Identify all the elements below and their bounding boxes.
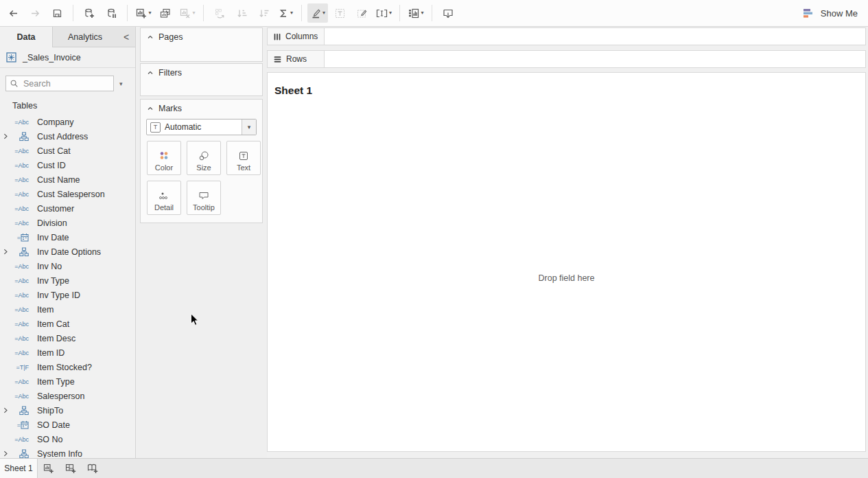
tab-analytics[interactable]: Analytics xyxy=(53,27,117,47)
collapse-pane-button[interactable]: < xyxy=(117,27,135,47)
swap-rows-columns-icon xyxy=(214,8,226,19)
field-item-stocked[interactable]: =T|FItem Stocked? xyxy=(0,360,135,374)
undo-icon xyxy=(8,8,19,19)
field-label: Cust Salesperson xyxy=(37,190,105,199)
show-me-label: Show Me xyxy=(821,8,858,19)
datasource-icon xyxy=(6,52,16,62)
drop-field-hint: Drop field here xyxy=(268,273,865,283)
new-worksheet-tab-button[interactable] xyxy=(38,459,60,478)
field-label: Cust ID xyxy=(37,161,66,170)
field-label: Inv Type ID xyxy=(37,291,80,300)
field-item-cat[interactable]: =AbcItem Cat xyxy=(0,317,135,331)
new-data-source-button[interactable] xyxy=(79,3,99,23)
field-inv-type-id[interactable]: =AbcInv Type ID xyxy=(0,288,135,302)
tables-section-label: Tables xyxy=(12,101,135,111)
new-worksheet-button[interactable]: ▾ xyxy=(133,3,154,23)
field-label: Inv Date Options xyxy=(37,247,101,257)
rows-shelf-label: Rows xyxy=(268,51,325,67)
pages-shelf-label: Pages xyxy=(159,32,183,42)
string-field-icon: =Abc xyxy=(11,177,29,183)
field-cust-address[interactable]: Cust Address xyxy=(0,129,135,144)
string-field-icon: =Abc xyxy=(11,292,29,299)
rows-shelf[interactable] xyxy=(325,51,865,67)
field-label: SO Date xyxy=(37,420,70,430)
pause-auto-updates-button[interactable] xyxy=(101,3,121,23)
field-cust-id[interactable]: =AbcCust ID xyxy=(0,158,135,172)
save-button[interactable] xyxy=(47,3,67,23)
field-inv-type[interactable]: =AbcInv Type xyxy=(0,273,135,288)
field-shipto[interactable]: ShipTo xyxy=(0,403,135,418)
search-box xyxy=(5,76,114,91)
dropdown-caret-icon: ▾ xyxy=(389,10,392,16)
text-mark-icon xyxy=(237,150,250,162)
sort-descending-button xyxy=(253,3,274,23)
presentation-mode-button[interactable] xyxy=(438,3,458,23)
shelf-panel: Pages Filters Marks T Automatic ▾ xyxy=(136,27,267,459)
detail-mark-label: Detail xyxy=(154,203,174,212)
field-salesperson[interactable]: =AbcSalesperson xyxy=(0,389,135,403)
field-item-id[interactable]: =AbcItem ID xyxy=(0,345,135,360)
field-inv-no[interactable]: =AbcInv No xyxy=(0,259,135,273)
field-item-desc[interactable]: =AbcItem Desc xyxy=(0,331,135,345)
tooltip-mark-button[interactable]: Tooltip xyxy=(187,181,221,215)
rows-shelf-row: Rows xyxy=(267,50,866,68)
field-inv-date-options[interactable]: Inv Date Options xyxy=(0,244,135,259)
search-options-caret-icon[interactable]: ▾ xyxy=(119,80,123,87)
fix-axes-button[interactable] xyxy=(351,3,372,23)
collapse-marks-icon[interactable] xyxy=(147,105,154,112)
undo-button[interactable] xyxy=(3,3,23,23)
search-input[interactable] xyxy=(22,78,102,89)
totals-button[interactable]: ▾ xyxy=(275,3,296,23)
duplicate-button[interactable] xyxy=(155,3,176,23)
field-company[interactable]: =AbcCompany xyxy=(0,115,135,129)
color-mark-label: Color xyxy=(155,163,173,172)
field-cust-cat[interactable]: =AbcCust Cat xyxy=(0,144,135,158)
expand-icon[interactable] xyxy=(0,407,11,413)
collapse-pages-icon[interactable] xyxy=(147,34,154,41)
sheet-view[interactable]: Sheet 1 Drop field here xyxy=(267,72,866,452)
new-dashboard-tab-button[interactable] xyxy=(60,459,82,478)
fit-button[interactable]: ▾ xyxy=(373,3,394,23)
rows-label-text: Rows xyxy=(286,54,307,64)
field-inv-date[interactable]: =Inv Date xyxy=(0,230,135,244)
string-field-icon: =Abc xyxy=(11,378,29,385)
toolbar-divider xyxy=(432,5,432,21)
text-mark-button[interactable]: Text xyxy=(226,141,261,175)
pages-shelf[interactable]: Pages xyxy=(140,27,263,62)
size-mark-icon xyxy=(197,150,211,162)
expand-icon[interactable] xyxy=(0,451,11,457)
detail-mark-button[interactable]: Detail xyxy=(147,181,181,215)
field-item-type[interactable]: =AbcItem Type xyxy=(0,374,135,389)
field-label: System Info xyxy=(37,449,82,459)
mark-type-caret-icon[interactable]: ▾ xyxy=(242,120,256,135)
mark-type-dropdown[interactable]: T Automatic ▾ xyxy=(146,119,257,135)
field-so-date[interactable]: =SO Date xyxy=(0,418,135,432)
size-mark-button[interactable]: Size xyxy=(187,141,221,175)
sheet-tab[interactable]: Sheet 1 xyxy=(0,459,38,478)
field-cust-salesperson[interactable]: =AbcCust Salesperson xyxy=(0,187,135,201)
field-item[interactable]: =AbcItem xyxy=(0,302,135,317)
field-label: Item Desc xyxy=(37,334,75,343)
show-me-button[interactable]: Show Me xyxy=(803,8,858,19)
color-mark-button[interactable]: Color xyxy=(147,141,181,175)
field-division[interactable]: =AbcDivision xyxy=(0,216,135,230)
new-worksheet-icon xyxy=(135,8,148,19)
highlight-button[interactable]: ▾ xyxy=(307,3,328,23)
expand-icon[interactable] xyxy=(0,249,11,255)
new-story-tab-button[interactable] xyxy=(82,459,104,478)
show-hide-cards-button[interactable]: ▾ xyxy=(406,3,426,23)
field-label: Item ID xyxy=(37,348,64,358)
collapse-filters-icon[interactable] xyxy=(147,69,154,76)
clear-sheet-button: ▾ xyxy=(177,3,198,23)
datasource-row[interactable]: _Sales_Invoice xyxy=(0,47,135,68)
field-so-no[interactable]: =AbcSO No xyxy=(0,432,135,446)
dropdown-caret-icon: ▾ xyxy=(290,10,293,16)
field-customer[interactable]: =AbcCustomer xyxy=(0,201,135,216)
filters-shelf[interactable]: Filters xyxy=(140,63,263,96)
field-cust-name[interactable]: =AbcCust Name xyxy=(0,172,135,187)
expand-icon[interactable] xyxy=(0,133,11,139)
columns-shelf[interactable] xyxy=(325,28,865,45)
tab-data[interactable]: Data xyxy=(0,27,53,47)
fields-list: =AbcCompanyCust Address=AbcCust Cat=AbcC… xyxy=(0,115,135,459)
field-system-info[interactable]: System Info xyxy=(0,446,135,459)
